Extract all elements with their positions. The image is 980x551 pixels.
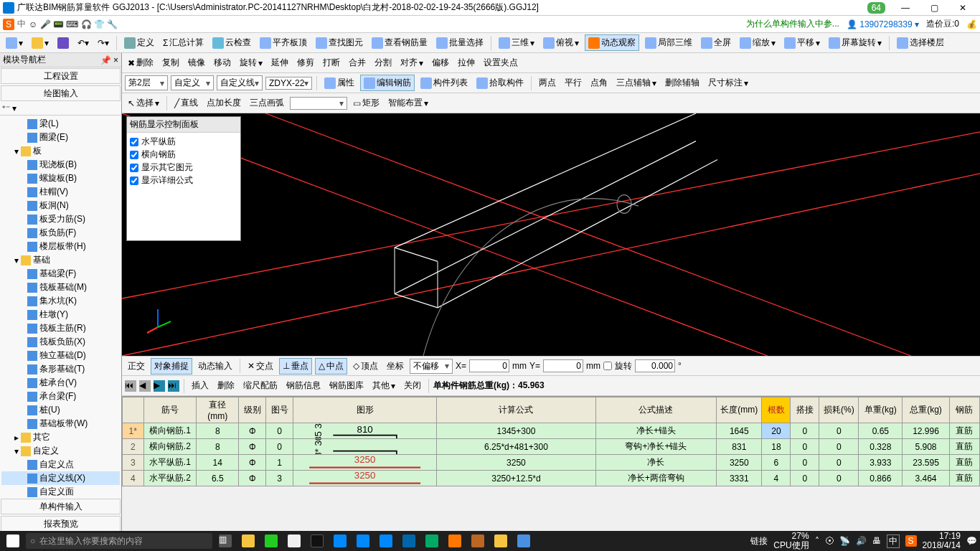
fullscreen-button[interactable]: 全屏	[698, 35, 734, 50]
table-cell[interactable]: 3	[266, 471, 293, 486]
snap-apex[interactable]: ◇ 顶点	[350, 359, 381, 374]
ime-icon[interactable]: S	[3, 19, 14, 30]
delaux-button[interactable]: 删除辅轴	[662, 75, 702, 90]
table-cell[interactable]: 直筋	[949, 471, 979, 486]
table-cell[interactable]: 810485 300	[293, 423, 437, 439]
table-cell[interactable]: 净长	[595, 455, 717, 471]
rebar-info-button[interactable]: 钢筋信息	[283, 378, 324, 393]
col-header[interactable]: 损耗(%)	[819, 397, 859, 423]
col-header[interactable]: 长度(mm)	[717, 397, 762, 423]
table-cell[interactable]: 3.464	[903, 471, 949, 486]
save-button[interactable]	[55, 36, 72, 50]
table-cell[interactable]: 0	[266, 439, 293, 455]
table-cell[interactable]: 2	[123, 439, 144, 455]
offset-button[interactable]: 偏移	[429, 55, 452, 70]
ptangle-button[interactable]: 点角	[588, 75, 611, 90]
table-cell[interactable]: 5.908	[903, 439, 949, 455]
tree-item[interactable]: 自定义点	[1, 458, 120, 471]
tree-item[interactable]: 自定义面	[1, 485, 120, 498]
trim-button[interactable]: 修剪	[294, 55, 317, 70]
smart-tool[interactable]: 智能布置▾	[385, 95, 431, 110]
sidebar-pin-icon[interactable]: 📌 ×	[100, 55, 118, 65]
nav-prev[interactable]: ◀	[139, 380, 151, 392]
table-cell[interactable]: 直筋	[949, 439, 979, 455]
store-icon[interactable]	[376, 532, 396, 550]
table-cell[interactable]: 3250	[293, 471, 437, 486]
snap-coord[interactable]: 坐标	[384, 359, 407, 374]
col-header[interactable]: 公式描述	[595, 397, 717, 423]
break-button[interactable]: 打断	[320, 55, 343, 70]
tree-item[interactable]: 现浇板(B)	[1, 158, 120, 171]
snap-perp[interactable]: ⊥ 垂点	[279, 358, 312, 375]
calc-button[interactable]: Σ 汇总计算	[160, 35, 207, 50]
ime-widget-icon[interactable]: ☺ 🎤 📟 ⌨ 🎧 👕 🔧	[29, 19, 118, 29]
twopoint-button[interactable]: 两点	[536, 75, 559, 90]
table-cell[interactable]: 净长+锚头	[595, 423, 717, 439]
table-cell[interactable]: 6.25*d+481+300	[437, 439, 595, 455]
col-header[interactable]	[123, 397, 144, 423]
component-tree[interactable]: 梁(L)圈梁(E)▾板现浇板(B)螺旋板(B)柱帽(V)板洞(N)板受力筋(S)…	[0, 116, 121, 498]
table-cell[interactable]: 14	[197, 455, 239, 471]
tray-notifications-icon[interactable]: 💬	[966, 536, 977, 546]
table-cell[interactable]: 4	[762, 471, 791, 486]
col-header[interactable]: 搭接	[791, 397, 819, 423]
line-tool[interactable]: ╱ 直线	[171, 95, 201, 110]
windows-taskbar[interactable]: ⊞ ○ 在这里输入你要搜索的内容 ▥ 链接 27%CPU使用 ˄ 🖸 📡 🔊 🖶…	[0, 531, 980, 551]
table-cell[interactable]: 48* 300	[293, 439, 437, 455]
extend-button[interactable]: 延伸	[268, 55, 291, 70]
panel-checkbox[interactable]: 显示详细公式	[130, 174, 237, 187]
table-cell[interactable]: 831	[717, 439, 762, 455]
panel-checkbox[interactable]: 显示其它图元	[130, 161, 237, 174]
snap-mid[interactable]: △ 中点	[315, 358, 347, 375]
col-header[interactable]: 计算公式	[437, 397, 595, 423]
table-cell[interactable]: 弯钩+净长+锚头	[595, 439, 717, 455]
delete-row-button[interactable]: 删除	[215, 378, 237, 393]
stretch-button[interactable]: 拉伸	[455, 55, 478, 70]
insert-button[interactable]: 插入	[189, 378, 212, 393]
x-input[interactable]	[469, 359, 509, 372]
tree-item[interactable]: 筏板负筋(X)	[1, 335, 120, 349]
tree-item[interactable]: 条形基础(T)	[1, 362, 120, 376]
col-header[interactable]: 总重(kg)	[903, 397, 949, 423]
scale-rebar-button[interactable]: 缩尺配筋	[240, 378, 281, 393]
rebar-lib-button[interactable]: 钢筋图库	[326, 378, 367, 393]
col-header[interactable]: 图形	[293, 397, 437, 423]
table-cell[interactable]: 0.65	[859, 423, 903, 439]
app-icon-7[interactable]	[468, 532, 488, 550]
edge-icon[interactable]	[330, 532, 350, 550]
move-button[interactable]: 移动	[211, 55, 234, 70]
batch-select-button[interactable]: 批量选择	[433, 35, 486, 50]
edit-rebar-button[interactable]: 编辑钢筋	[360, 75, 415, 91]
dynamic-input-toggle[interactable]: 动态输入	[195, 359, 235, 374]
ime-mode[interactable]: 中	[17, 18, 26, 30]
tray-sound-icon[interactable]: 🔊	[856, 536, 867, 546]
tree-item[interactable]: ▾板	[1, 144, 120, 158]
table-cell[interactable]: 0	[791, 471, 819, 486]
aux3-button[interactable]: 三点辅轴▾	[613, 75, 659, 90]
zoom-button[interactable]: 缩放▾	[737, 35, 778, 50]
cortana-search[interactable]: ○ 在这里输入你要搜索的内容	[26, 533, 212, 549]
mirror-button[interactable]: 镜像	[185, 55, 208, 70]
table-cell[interactable]: 横向钢筋.2	[143, 439, 197, 455]
table-cell[interactable]: 1	[266, 455, 293, 471]
copy-button[interactable]: 复制	[159, 55, 182, 70]
3d-canvas[interactable]: 钢筋显示控制面板 水平纵筋横向钢筋显示其它图元显示详细公式	[122, 113, 980, 356]
category-dropdown[interactable]: 自定义	[171, 75, 214, 90]
component-dropdown[interactable]: ZDYX-22	[265, 77, 312, 90]
col-header[interactable]: 钢筋	[949, 397, 979, 423]
task-view-icon[interactable]: ▥	[215, 532, 235, 550]
table-cell[interactable]: 12.996	[903, 423, 949, 439]
table-cell[interactable]: 净长+两倍弯钩	[595, 471, 717, 486]
view3d-button[interactable]: 三维▾	[496, 35, 537, 50]
nav-first[interactable]: ⏮	[125, 380, 136, 392]
screenrot-button[interactable]: 屏幕旋转▾	[826, 35, 885, 50]
table-cell[interactable]: 3250	[437, 455, 595, 471]
tree-item[interactable]: 板洞(N)	[1, 199, 120, 212]
tray-print-icon[interactable]: 🖶	[872, 536, 881, 546]
tree-item[interactable]: 圈梁(E)	[1, 131, 120, 144]
table-cell[interactable]: 横向钢筋.1	[143, 423, 197, 439]
credit-icon[interactable]: 💰	[966, 19, 977, 29]
tree-item[interactable]: 桩承台(V)	[1, 376, 120, 390]
view-rebar-button[interactable]: 查看钢筋量	[369, 35, 430, 50]
new-button[interactable]: ▾	[3, 36, 26, 50]
